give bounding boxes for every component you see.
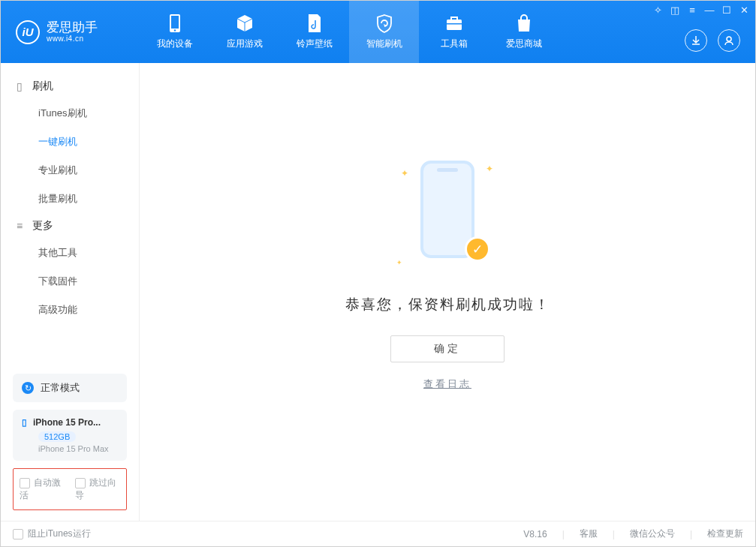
sidebar-item-other-tools[interactable]: 其他工具 [1, 239, 139, 267]
sidebar-bottom: ↻ 正常模式 ▯ iPhone 15 Pro... 512GB iPhone 1… [1, 368, 139, 521]
app-logo-icon: iU [16, 20, 40, 44]
svg-point-5 [727, 37, 731, 41]
block-itunes-checkbox[interactable]: 阻止iTunes运行 [13, 527, 91, 540]
nav-label: 我的设备 [157, 38, 193, 50]
sparkle-icon: ✦ [396, 259, 405, 268]
mini-mode-icon[interactable]: ◫ [670, 5, 680, 15]
main-content: ✦ ✦ ✦ ✓ 恭喜您，保资料刷机成功啦！ 确定 查看日志 [140, 63, 755, 521]
footer-right: V8.16 | 客服 | 微信公众号 | 检查更新 [523, 527, 743, 540]
success-message: 恭喜您，保资料刷机成功啦！ [345, 295, 550, 314]
status-bar: 阻止iTunes运行 V8.16 | 客服 | 微信公众号 | 检查更新 [1, 521, 755, 546]
sidebar: ▯ 刷机 iTunes刷机 一键刷机 专业刷机 批量刷机 ≡ 更多 其他工具 下… [1, 63, 140, 521]
sidebar-item-pro-flash[interactable]: 专业刷机 [1, 156, 139, 185]
device-mode-chip[interactable]: ↻ 正常模式 [13, 374, 127, 402]
highlighted-options: 自动激活 跳过向导 [13, 468, 127, 510]
close-icon[interactable]: ✕ [739, 5, 749, 15]
check-update-link[interactable]: 检查更新 [707, 527, 743, 540]
sidebar-item-download-firmware[interactable]: 下载固件 [1, 267, 139, 296]
svg-point-2 [173, 29, 175, 31]
view-log-link[interactable]: 查看日志 [423, 377, 471, 391]
nav-label: 爱思商城 [506, 38, 542, 50]
checkmark-badge-icon: ✓ [465, 236, 490, 262]
storage-badge: 512GB [38, 431, 76, 442]
skip-guide-checkbox[interactable]: 跳过向导 [75, 476, 120, 502]
minimize-icon[interactable]: ― [704, 5, 715, 15]
sidebar-item-batch-flash[interactable]: 批量刷机 [1, 185, 139, 213]
device-phone-icon: ▯ [22, 417, 27, 428]
svg-rect-4 [447, 23, 462, 25]
app-subtitle: www.i4.cn [47, 35, 98, 43]
sync-icon: ↻ [22, 382, 34, 394]
shopping-bag-icon [514, 14, 534, 33]
version-label: V8.16 [523, 529, 547, 539]
sparkle-icon: ✦ [486, 164, 495, 173]
music-file-icon [305, 14, 324, 33]
group-title: 刷机 [32, 80, 53, 93]
nav-toolbox[interactable]: 工具箱 [419, 1, 489, 63]
logo-area: iU 爱思助手 www.i4.cn [1, 20, 140, 44]
mode-label: 正常模式 [41, 381, 80, 395]
window-controls: ✧ ◫ ≡ ― ☐ ✕ [652, 5, 749, 15]
menu-icon[interactable]: ≡ [687, 5, 697, 15]
device-card[interactable]: ▯ iPhone 15 Pro... 512GB iPhone 15 Pro M… [13, 410, 127, 461]
svg-rect-3 [447, 20, 462, 30]
device-fullname: iPhone 15 Pro Max [38, 444, 118, 453]
success-illustration: ✦ ✦ ✦ ✓ [401, 161, 495, 277]
nav-my-device[interactable]: 我的设备 [140, 1, 209, 63]
download-icon[interactable] [685, 29, 707, 52]
wechat-link[interactable]: 微信公众号 [630, 527, 675, 540]
group-title: 更多 [32, 219, 53, 233]
sidebar-item-itunes-flash[interactable]: iTunes刷机 [1, 99, 139, 128]
cube-icon [235, 14, 255, 33]
nav-label: 铃声壁纸 [297, 38, 333, 50]
main-nav: 我的设备 应用游戏 铃声壁纸 智能刷机 工具箱 爱思商城 [140, 1, 559, 63]
sidebar-item-oneclick-flash[interactable]: 一键刷机 [1, 128, 139, 156]
nav-apps-games[interactable]: 应用游戏 [209, 1, 279, 63]
logo-text: 爱思助手 www.i4.cn [47, 21, 98, 44]
auto-activate-checkbox[interactable]: 自动激活 [20, 476, 65, 502]
nav-label: 工具箱 [441, 38, 468, 50]
phone-mini-icon: ▯ [14, 81, 25, 92]
maximize-icon[interactable]: ☐ [721, 5, 732, 15]
header-action-icons [685, 29, 740, 52]
nav-label: 智能刷机 [366, 38, 402, 50]
refresh-shield-icon [375, 14, 394, 33]
briefcase-icon [444, 14, 464, 33]
more-icon: ≡ [14, 221, 25, 231]
app-header: iU 爱思助手 www.i4.cn 我的设备 应用游戏 铃声壁纸 智能刷机 工具… [1, 1, 755, 63]
sparkle-icon: ✦ [401, 168, 410, 177]
nav-smart-flash[interactable]: 智能刷机 [349, 1, 419, 63]
ok-button[interactable]: 确定 [390, 335, 505, 362]
sidebar-item-advanced[interactable]: 高级功能 [1, 296, 139, 324]
svg-rect-1 [171, 16, 179, 29]
sidebar-group-flash[interactable]: ▯ 刷机 [1, 74, 139, 99]
device-name: iPhone 15 Pro... [33, 417, 101, 428]
sidebar-group-more[interactable]: ≡ 更多 [1, 213, 139, 239]
nav-label: 应用游戏 [227, 38, 263, 50]
nav-store[interactable]: 爱思商城 [489, 1, 559, 63]
user-icon[interactable] [718, 29, 740, 52]
support-link[interactable]: 客服 [580, 527, 598, 540]
phone-icon [165, 14, 185, 33]
nav-ringtone-wallpaper[interactable]: 铃声壁纸 [279, 1, 349, 63]
app-body: ▯ 刷机 iTunes刷机 一键刷机 专业刷机 批量刷机 ≡ 更多 其他工具 下… [1, 63, 755, 521]
app-title: 爱思助手 [47, 21, 98, 35]
feedback-icon[interactable]: ✧ [652, 5, 663, 15]
